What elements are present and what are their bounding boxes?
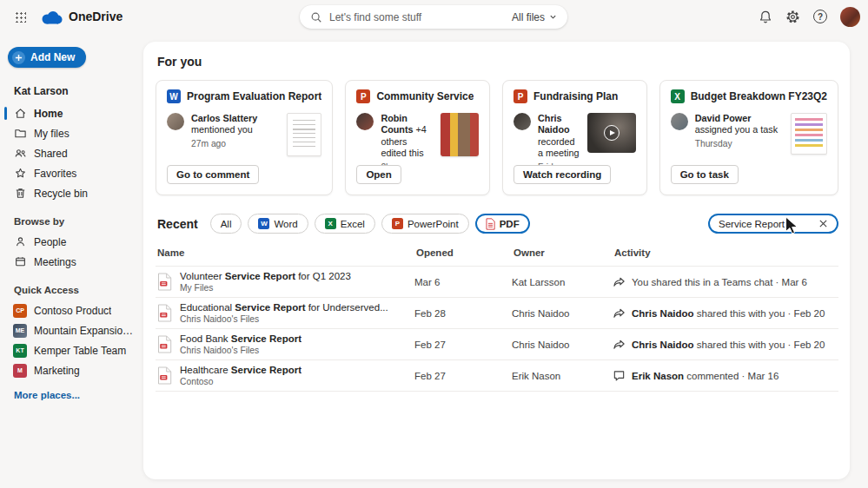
activity-cell: Erik Nason commented · Mar 16 xyxy=(613,369,838,382)
gear-icon xyxy=(785,10,800,24)
column-header-owner[interactable]: Owner xyxy=(514,247,614,258)
plus-icon xyxy=(12,51,25,64)
browse-by-label: Browse by xyxy=(14,216,143,227)
close-icon xyxy=(818,219,828,228)
actor-name: Carlos Slattery xyxy=(191,113,257,123)
onedrive-cloud-icon xyxy=(40,10,63,24)
activity-actor: Chris Naidoo xyxy=(632,340,694,350)
sidebar-item-people[interactable]: People xyxy=(0,232,143,252)
text-caret xyxy=(785,219,786,229)
activity-card: W Program Evaluation Report Carlos Slatt… xyxy=(156,80,333,195)
open-button[interactable]: Open xyxy=(356,165,401,184)
more-places-link[interactable]: More places... xyxy=(14,390,80,400)
quick-access-item-kemper-table-team[interactable]: KT Kemper Table Team xyxy=(0,340,143,360)
sidebar-item-label: Shared xyxy=(34,148,68,160)
table-row[interactable]: Healthcare Service Report Contoso Feb 27… xyxy=(156,359,838,392)
folder-icon xyxy=(13,127,27,140)
column-header-opened[interactable]: Opened xyxy=(416,247,514,258)
filter-pill-powerpoint[interactable]: P PowerPoint xyxy=(381,214,469,234)
pdf-icon xyxy=(157,366,172,385)
recent-files-table: Name Opened Owner Activity Volunteer Ser… xyxy=(156,243,838,392)
file-name: Food Bank Service Report xyxy=(180,333,301,344)
quick-access-label-text: Kemper Table Team xyxy=(34,345,126,357)
spreadsheet-thumbnail[interactable] xyxy=(791,113,827,155)
file-location: Chris Naidoo's Files xyxy=(180,314,388,324)
card-activity-text: Robin Counts +4 others edited this 2h ag… xyxy=(381,113,434,165)
actor-avatar xyxy=(356,113,374,130)
sidebar-item-home[interactable]: Home xyxy=(0,103,143,123)
activity-actor: Erik Nason xyxy=(632,371,684,381)
clear-search-button[interactable] xyxy=(817,217,830,230)
filter-pill-all[interactable]: All xyxy=(210,214,242,234)
card-activity-text: David Power assigned you a task Thursday xyxy=(695,113,784,165)
powerpoint-icon: P xyxy=(514,89,527,103)
person-icon xyxy=(13,235,27,248)
filter-label: PowerPoint xyxy=(407,219,459,229)
search-scope-dropdown[interactable]: All files xyxy=(512,11,557,23)
column-header-name[interactable]: Name xyxy=(157,247,416,258)
quick-access-item-contoso-product[interactable]: CP Contoso Product xyxy=(0,300,143,320)
search-scope-label: All files xyxy=(512,11,545,23)
sidebar-item-my-files[interactable]: My files xyxy=(0,123,143,143)
action-text: assigned you a task xyxy=(695,124,778,135)
sidebar-item-recycle-bin[interactable]: Recycle bin xyxy=(0,183,143,203)
main-panel: For you W Program Evaluation Report Carl… xyxy=(143,42,850,479)
name-match: Service Report xyxy=(231,365,301,375)
owner-cell: Erik Nason xyxy=(512,371,613,381)
activity-card: P Community Service Robin Counts +4 othe… xyxy=(345,80,490,195)
name-match: Service Report xyxy=(235,302,305,313)
activity-cell: Chris Naidoo shared this with you · Feb … xyxy=(613,338,838,351)
filter-pill-excel[interactable]: X Excel xyxy=(315,214,375,234)
filter-pill-word[interactable]: W Word xyxy=(248,214,308,234)
settings-button[interactable] xyxy=(785,10,800,24)
go-to-task-button[interactable]: Go to task xyxy=(671,165,739,184)
powerpoint-icon: P xyxy=(356,89,370,103)
file-filter-search-input[interactable]: Service Report xyxy=(708,214,838,234)
app-launcher-button[interactable] xyxy=(7,3,33,30)
sidebar-item-meetings[interactable]: Meetings xyxy=(0,252,143,272)
card-title: Program Evaluation Report xyxy=(187,90,321,102)
team-logo-icon: ME xyxy=(13,324,27,338)
help-button[interactable]: ? xyxy=(813,10,827,23)
activity-text: Chris Naidoo shared this with you · Feb … xyxy=(632,340,825,350)
add-new-button[interactable]: Add New xyxy=(8,47,86,68)
account-avatar[interactable] xyxy=(840,7,860,27)
table-row[interactable]: Educational Service Report for Underserv… xyxy=(156,297,838,328)
opened-cell: Feb 27 xyxy=(414,340,512,350)
card-title: Fundraising Plan xyxy=(533,90,618,102)
filter-label: PDF xyxy=(500,219,520,229)
name-match: Service Report xyxy=(225,271,295,281)
presentation-thumbnail[interactable] xyxy=(441,113,479,156)
table-row[interactable]: Food Bank Service Report Chris Naidoo's … xyxy=(156,328,838,359)
quick-access-item-mountain-expansion[interactable]: ME Mountain Expansion... xyxy=(0,320,143,340)
video-thumbnail[interactable] xyxy=(587,113,636,153)
watch-recording-button[interactable]: Watch recording xyxy=(514,165,611,184)
global-search-input[interactable]: Let's find some stuff All files xyxy=(300,5,567,29)
column-header-activity[interactable]: Activity xyxy=(614,247,838,258)
file-name: Volunteer Service Report for Q1 2023 xyxy=(180,271,351,281)
add-new-label: Add New xyxy=(30,51,75,63)
quick-access-item-marketing[interactable]: M Marketing xyxy=(0,360,143,380)
opened-cell: Feb 27 xyxy=(414,371,512,381)
comment-icon xyxy=(613,369,626,382)
sidebar-item-favorites[interactable]: Favorites xyxy=(0,163,143,183)
calendar-icon xyxy=(13,255,27,268)
go-to-comment-button[interactable]: Go to comment xyxy=(167,165,259,184)
actor-avatar xyxy=(514,113,531,130)
file-name: Educational Service Report for Underserv… xyxy=(180,302,388,313)
onedrive-logo[interactable]: OneDrive xyxy=(40,10,123,24)
table-row[interactable]: Volunteer Service Report for Q1 2023 My … xyxy=(156,266,838,297)
filter-pill-pdf[interactable]: PDF xyxy=(475,214,530,234)
sidebar-item-shared[interactable]: Shared xyxy=(0,143,143,163)
pdf-icon xyxy=(157,273,172,291)
quick-access-label-text: Marketing xyxy=(34,365,80,377)
document-thumbnail[interactable] xyxy=(287,113,321,156)
actor-name: Chris Naidoo xyxy=(538,113,570,135)
activity-card: X Budget Breakdown FY23Q2 David Power as… xyxy=(659,80,838,195)
for-you-cards: W Program Evaluation Report Carlos Slatt… xyxy=(156,80,838,195)
home-icon xyxy=(13,107,27,120)
word-icon: W xyxy=(258,218,269,229)
quick-access-label-text: Mountain Expansion... xyxy=(34,325,136,337)
top-bar: OneDrive Let's find some stuff All files xyxy=(0,0,868,33)
notifications-button[interactable] xyxy=(759,10,772,24)
